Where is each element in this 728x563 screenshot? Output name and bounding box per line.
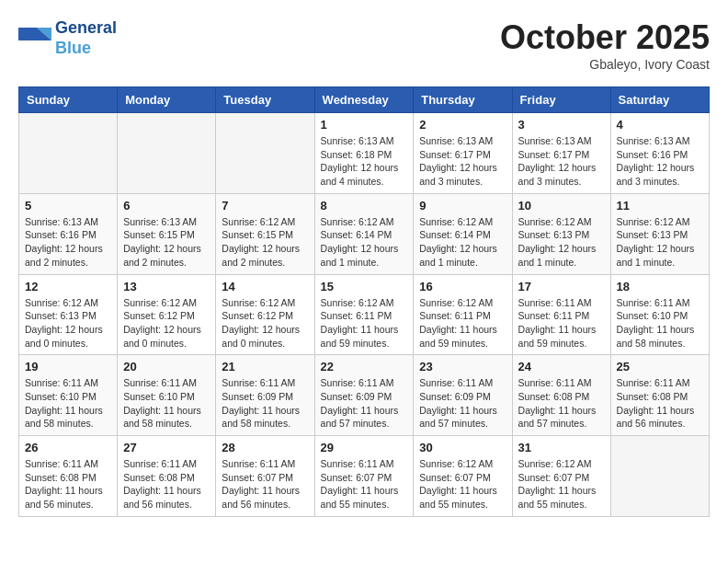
calendar-cell: 6Sunrise: 6:13 AM Sunset: 6:15 PM Daylig… [118,193,216,274]
day-number: 4 [617,118,703,132]
calendar-cell [118,113,216,194]
day-info: Sunrise: 6:13 AM Sunset: 6:17 PM Dayligh… [518,134,605,189]
calendar-cell [216,113,314,194]
calendar-cell: 25Sunrise: 6:11 AM Sunset: 6:08 PM Dayli… [610,355,709,436]
calendar-cell: 12Sunrise: 6:12 AM Sunset: 6:13 PM Dayli… [19,274,118,355]
day-info: Sunrise: 6:11 AM Sunset: 6:09 PM Dayligh… [321,376,408,431]
day-number: 14 [222,280,308,293]
weekday-header-row: SundayMondayTuesdayWednesdayThursdayFrid… [19,87,710,113]
calendar-cell: 21Sunrise: 6:11 AM Sunset: 6:09 PM Dayli… [216,355,314,436]
day-number: 13 [123,280,210,293]
weekday-saturday: Saturday [610,87,709,113]
day-number: 16 [419,280,506,293]
day-info: Sunrise: 6:11 AM Sunset: 6:08 PM Dayligh… [123,457,210,511]
day-number: 27 [123,441,210,454]
day-info: Sunrise: 6:11 AM Sunset: 6:10 PM Dayligh… [617,296,703,350]
day-number: 2 [419,118,506,132]
day-info: Sunrise: 6:12 AM Sunset: 6:14 PM Dayligh… [419,215,506,270]
weekday-tuesday: Tuesday [216,87,314,113]
calendar-header: SundayMondayTuesdayWednesdayThursdayFrid… [19,87,710,113]
day-info: Sunrise: 6:12 AM Sunset: 6:13 PM Dayligh… [25,296,111,350]
day-info: Sunrise: 6:13 AM Sunset: 6:17 PM Dayligh… [419,134,506,189]
day-number: 20 [123,360,210,373]
day-info: Sunrise: 6:11 AM Sunset: 6:07 PM Dayligh… [321,457,408,511]
calendar-cell [19,113,118,194]
calendar-cell: 2Sunrise: 6:13 AM Sunset: 6:17 PM Daylig… [414,113,512,194]
day-number: 25 [617,360,703,373]
weekday-friday: Friday [512,87,610,113]
day-info: Sunrise: 6:11 AM Sunset: 6:09 PM Dayligh… [419,376,506,431]
calendar-cell: 28Sunrise: 6:11 AM Sunset: 6:07 PM Dayli… [216,436,314,517]
weekday-wednesday: Wednesday [314,87,414,113]
day-number: 26 [25,441,111,454]
day-number: 23 [419,360,506,373]
day-number: 6 [123,199,210,213]
day-number: 18 [617,280,703,293]
calendar-cell: 30Sunrise: 6:12 AM Sunset: 6:07 PM Dayli… [414,436,512,517]
day-number: 10 [518,199,605,213]
day-info: Sunrise: 6:12 AM Sunset: 6:12 PM Dayligh… [123,296,210,350]
calendar-cell: 27Sunrise: 6:11 AM Sunset: 6:08 PM Dayli… [118,436,216,517]
week-row-3: 12Sunrise: 6:12 AM Sunset: 6:13 PM Dayli… [19,274,710,355]
day-number: 5 [25,199,111,213]
day-number: 8 [321,199,408,213]
calendar-cell: 16Sunrise: 6:12 AM Sunset: 6:11 PM Dayli… [414,274,512,355]
day-info: Sunrise: 6:13 AM Sunset: 6:16 PM Dayligh… [25,215,111,270]
calendar-cell: 22Sunrise: 6:11 AM Sunset: 6:09 PM Dayli… [314,355,414,436]
logo: General Blue [18,18,117,58]
day-info: Sunrise: 6:11 AM Sunset: 6:07 PM Dayligh… [222,457,308,511]
day-info: Sunrise: 6:13 AM Sunset: 6:15 PM Dayligh… [123,215,210,270]
day-number: 30 [419,441,506,454]
day-number: 28 [222,441,308,454]
day-number: 1 [321,118,408,132]
month-title: October 2025 [500,18,710,57]
day-info: Sunrise: 6:12 AM Sunset: 6:13 PM Dayligh… [617,215,703,270]
day-info: Sunrise: 6:13 AM Sunset: 6:18 PM Dayligh… [321,134,408,189]
location: Gbaleyo, Ivory Coast [500,57,710,72]
day-info: Sunrise: 6:11 AM Sunset: 6:10 PM Dayligh… [25,376,111,431]
svg-rect-3 [18,28,37,40]
day-info: Sunrise: 6:12 AM Sunset: 6:11 PM Dayligh… [321,296,408,350]
day-number: 19 [25,360,111,373]
calendar-body: 1Sunrise: 6:13 AM Sunset: 6:18 PM Daylig… [19,113,710,517]
day-info: Sunrise: 6:12 AM Sunset: 6:07 PM Dayligh… [518,457,605,511]
calendar-cell: 1Sunrise: 6:13 AM Sunset: 6:18 PM Daylig… [314,113,414,194]
logo-icon [18,22,51,55]
day-info: Sunrise: 6:11 AM Sunset: 6:08 PM Dayligh… [25,457,111,511]
day-number: 9 [419,199,506,213]
weekday-thursday: Thursday [414,87,512,113]
day-number: 7 [222,199,308,213]
day-number: 24 [518,360,605,373]
day-info: Sunrise: 6:12 AM Sunset: 6:07 PM Dayligh… [419,457,506,511]
calendar-cell: 8Sunrise: 6:12 AM Sunset: 6:14 PM Daylig… [314,193,414,274]
calendar-cell: 11Sunrise: 6:12 AM Sunset: 6:13 PM Dayli… [610,193,709,274]
calendar-cell: 13Sunrise: 6:12 AM Sunset: 6:12 PM Dayli… [118,274,216,355]
day-number: 11 [617,199,703,213]
calendar-cell: 9Sunrise: 6:12 AM Sunset: 6:14 PM Daylig… [414,193,512,274]
day-info: Sunrise: 6:11 AM Sunset: 6:11 PM Dayligh… [518,296,605,350]
day-number: 3 [518,118,605,132]
day-number: 12 [25,280,111,293]
calendar-cell: 20Sunrise: 6:11 AM Sunset: 6:10 PM Dayli… [118,355,216,436]
title-block: October 2025 Gbaleyo, Ivory Coast [500,18,710,72]
week-row-2: 5Sunrise: 6:13 AM Sunset: 6:16 PM Daylig… [19,193,710,274]
day-number: 17 [518,280,605,293]
day-info: Sunrise: 6:12 AM Sunset: 6:11 PM Dayligh… [419,296,506,350]
calendar-cell: 23Sunrise: 6:11 AM Sunset: 6:09 PM Dayli… [414,355,512,436]
header: General Blue October 2025 Gbaleyo, Ivory… [18,18,710,72]
week-row-1: 1Sunrise: 6:13 AM Sunset: 6:18 PM Daylig… [19,113,710,194]
calendar-cell: 29Sunrise: 6:11 AM Sunset: 6:07 PM Dayli… [314,436,414,517]
weekday-monday: Monday [118,87,216,113]
logo-text: General Blue [55,18,117,58]
day-info: Sunrise: 6:12 AM Sunset: 6:15 PM Dayligh… [222,215,308,270]
calendar-cell: 5Sunrise: 6:13 AM Sunset: 6:16 PM Daylig… [19,193,118,274]
day-number: 22 [321,360,408,373]
week-row-5: 26Sunrise: 6:11 AM Sunset: 6:08 PM Dayli… [19,436,710,517]
calendar-cell: 10Sunrise: 6:12 AM Sunset: 6:13 PM Dayli… [512,193,610,274]
calendar-cell: 19Sunrise: 6:11 AM Sunset: 6:10 PM Dayli… [19,355,118,436]
calendar-cell: 7Sunrise: 6:12 AM Sunset: 6:15 PM Daylig… [216,193,314,274]
weekday-sunday: Sunday [19,87,118,113]
day-info: Sunrise: 6:12 AM Sunset: 6:14 PM Dayligh… [321,215,408,270]
day-number: 15 [321,280,408,293]
week-row-4: 19Sunrise: 6:11 AM Sunset: 6:10 PM Dayli… [19,355,710,436]
